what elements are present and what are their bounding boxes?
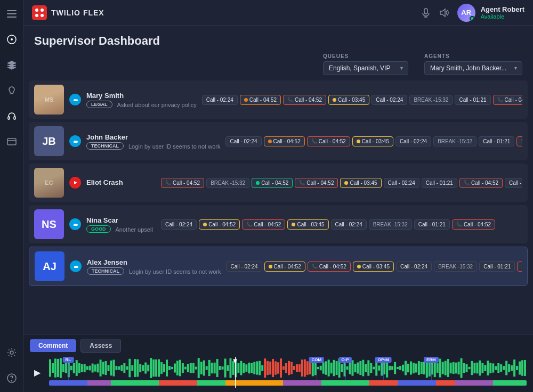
agent-status-text: Login by user ID seems to not work	[128, 143, 220, 150]
track-segment	[197, 380, 226, 386]
queues-label: QUEUES	[323, 53, 408, 59]
activity-pill[interactable]: 📞Call - 04:52	[459, 178, 503, 188]
pill-label: Call - 04:52	[173, 180, 200, 186]
activity-pill[interactable]: 📞Call - 04:52	[452, 219, 495, 230]
agent-photo: AJ	[35, 251, 64, 281]
activity-pill[interactable]: BREAK -15:32	[434, 262, 477, 272]
pill-icon: 📞	[246, 222, 252, 227]
pill-label: Call - 04:52	[274, 264, 301, 270]
activity-pill[interactable]: BREAK -15:32	[369, 219, 412, 230]
activity-pill[interactable]: Call - 03:45	[287, 219, 328, 230]
pill-dot	[357, 140, 360, 143]
agent-badge	[70, 260, 82, 272]
activity-pill[interactable]: 📞Call - 04:52	[516, 136, 522, 146]
nav-help[interactable]	[4, 371, 19, 386]
agent-row-name: John Backer	[86, 133, 220, 141]
activity-pill[interactable]: Call - 04:52	[199, 219, 240, 230]
agent-row[interactable]: MSMary SmithLEGALAsked about our privacy…	[29, 80, 528, 119]
activity-pill[interactable]: 📞Call - 04:52	[517, 262, 522, 272]
activity-pill[interactable]: 📞Call - 04:52	[295, 178, 338, 188]
mic-button[interactable]	[421, 8, 431, 18]
activity-pill[interactable]: Call - 02:24	[384, 178, 419, 188]
pill-icon: 📞	[287, 97, 293, 102]
activity-pill[interactable]: Call - 02:24	[395, 136, 431, 146]
svg-point-15	[41, 9, 44, 12]
activity-pill[interactable]: 📞Call - 04:52	[242, 219, 285, 230]
agent-photo: MS	[34, 85, 64, 115]
activity-pill[interactable]: 📞Call - 04:52	[307, 136, 350, 146]
activity-pill[interactable]: Call - 03:45	[352, 136, 393, 146]
nav-headset[interactable]	[4, 109, 19, 124]
svg-rect-18	[424, 9, 427, 14]
pill-label: Call - 02:24	[400, 264, 427, 270]
tag-badge: GOOD	[86, 225, 111, 233]
pill-label: BREAK -15:32	[373, 222, 408, 227]
nav-lightbulb[interactable]	[4, 83, 19, 98]
activity-pill[interactable]: Call - 02:24	[331, 219, 367, 230]
agents-select[interactable]: Mary Smith, John Backer...	[424, 61, 522, 75]
pill-label: Call - 04:52	[319, 138, 346, 144]
agent-row[interactable]: JBJohn BackerTECHNICALLogin by user ID s…	[29, 122, 528, 160]
agent-row[interactable]: NSNina ScarGOODAnother upsellCall - 02:2…	[29, 205, 528, 243]
agent-photo: EC	[34, 168, 64, 198]
activity-pill[interactable]: Call - 03:45	[353, 262, 394, 272]
activity-pill[interactable]: Call - 02:24	[202, 95, 238, 105]
activity-pill[interactable]: Call - 03:45	[328, 95, 369, 105]
volume-button[interactable]	[439, 8, 449, 18]
agent-status-text: Login by user ID seems to not work	[129, 268, 221, 275]
agent-profile[interactable]: AR Agent Robert Available	[457, 4, 524, 22]
activity-pill[interactable]: Call - 01:21	[455, 95, 490, 105]
pill-label: Call - 03:45	[362, 264, 390, 270]
activity-pill[interactable]: BREAK -15:32	[433, 136, 477, 146]
activity-pill[interactable]: Call - 04:52	[264, 136, 305, 146]
waveform-container[interactable]: RLCOMO:POP:MEBM▼	[49, 357, 527, 388]
activity-pill[interactable]: 📞Call - 04:52	[161, 178, 204, 188]
activity-pill[interactable]: Call - 02:24	[372, 95, 407, 105]
pill-icon: 📞	[456, 222, 462, 227]
track-segment	[455, 380, 494, 386]
hamburger-menu[interactable]	[4, 6, 19, 21]
agent-badge	[69, 94, 81, 105]
assess-button[interactable]: Assess	[80, 339, 121, 353]
pill-label: Call - 01:21	[418, 222, 446, 227]
activity-pill[interactable]: Call - 01:21	[479, 262, 515, 272]
waveform-area: ▶ RLCOMO:POP:MEBM▼	[30, 357, 527, 388]
pill-label: Call - 04:52	[471, 180, 498, 186]
activity-pill[interactable]: Call - 02:24	[161, 219, 197, 230]
nav-layers[interactable]	[4, 58, 19, 72]
nav-compass[interactable]	[4, 32, 19, 47]
activity-pill[interactable]: Call - 03:45	[340, 178, 381, 188]
twilio-logo-icon	[32, 5, 47, 20]
agent-row[interactable]: ECEliot Crash📞Call - 04:52BREAK -15:32Ca…	[29, 164, 528, 202]
activity-pill[interactable]: 📞Call - 04:52	[493, 95, 522, 105]
agent-row[interactable]: AJAlex JensenTECHNICALLogin by user ID s…	[29, 247, 528, 286]
pill-dot	[256, 181, 260, 185]
pill-label: Call - 02:24	[388, 180, 415, 186]
activity-pill[interactable]: Call - 01:21	[414, 219, 450, 230]
activity-pill[interactable]: BREAK -15:32	[206, 178, 249, 188]
activity-pill[interactable]: Call - 01:21	[422, 178, 457, 188]
logo: TWILIO FLEX	[32, 5, 104, 20]
queues-select[interactable]: English, Spanish, VIP	[323, 61, 408, 75]
activity-pill[interactable]: Call - 01:5	[505, 178, 522, 188]
activity-pills: Call - 02:24Call - 04:52📞Call - 04:52Cal…	[202, 95, 522, 105]
activity-pill[interactable]: Call - 02:24	[396, 262, 432, 272]
activity-pill[interactable]: Call - 02:24	[225, 136, 261, 146]
svg-rect-8	[7, 138, 16, 145]
pill-label: Call - 03:45	[350, 180, 377, 186]
agent-badge	[69, 177, 81, 189]
activity-pill[interactable]: Call - 01:21	[479, 136, 514, 146]
activity-pill[interactable]: Call - 04:52	[264, 262, 305, 272]
svg-rect-2	[7, 17, 17, 18]
activity-pill[interactable]: Call - 04:52	[252, 178, 293, 188]
activity-pill[interactable]: BREAK -15:32	[409, 95, 453, 105]
nav-card[interactable]	[4, 134, 19, 149]
play-button[interactable]: ▶	[30, 365, 45, 380]
activity-pill[interactable]: Call - 04:52	[240, 95, 281, 105]
activity-pill[interactable]: 📞Call - 04:52	[308, 262, 351, 272]
activity-pill[interactable]: Call - 02:24	[226, 262, 262, 272]
nav-settings[interactable]	[4, 345, 19, 360]
activity-pill[interactable]: 📞Call - 04:52	[283, 95, 326, 105]
pill-dot	[344, 181, 348, 185]
comment-button[interactable]: Comment	[30, 339, 76, 352]
